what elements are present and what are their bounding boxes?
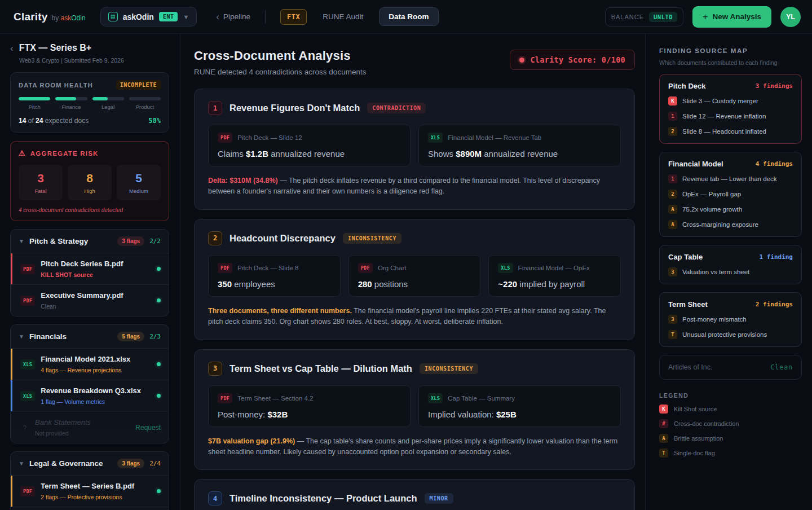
health-status-badge: INCOMPLETE	[116, 80, 161, 90]
status-dot	[157, 298, 161, 302]
pdf-file-icon: PDF	[218, 133, 232, 143]
pdf-file-icon: PDF	[218, 263, 232, 273]
source-group-pitch-deck: Pitch Deck 3 findings KSlide 3 — Custody…	[659, 74, 802, 144]
finding-source-item[interactable]: 3Valuation vs term sheet	[668, 267, 793, 276]
finding-number-badge: 2	[208, 231, 222, 245]
finding-analysis-note: $7B valuation gap (21.9%) — The cap tabl…	[208, 436, 621, 458]
clarity-score-value: Clarity Score: 0/100	[530, 55, 625, 64]
risk-stat-medium: 5Medium	[117, 165, 161, 200]
deal-sidebar: ‹ FTX — Series B+ Web3 & Crypto | Submit…	[0, 34, 180, 510]
source-claim: Implied valuation: $25B	[428, 410, 611, 419]
finding-number-badge: 3	[208, 362, 222, 376]
data-room-health-card: DATA ROOM HEALTH INCOMPLETE Pitch Financ…	[10, 72, 169, 133]
doc-row-exec-summary[interactable]: PDF Executive Summary.pdf Clean	[11, 284, 169, 316]
doc-row-articles-incorporation[interactable]: DOC Articles of Incorporation.docx Clean	[11, 507, 169, 510]
source-group-cap-table: Cap Table 1 finding 3Valuation vs term s…	[659, 245, 802, 284]
finding-ref-badge: 1	[668, 112, 677, 121]
health-title: DATA ROOM HEALTH	[19, 82, 93, 89]
finding-number-badge: 4	[208, 491, 222, 505]
source-doc-box[interactable]: PDFPitch Deck — Slide 8 350 employees	[208, 255, 341, 297]
new-analysis-button[interactable]: + New Analysis	[692, 6, 771, 28]
pdf-file-icon: PDF	[20, 296, 35, 306]
xls-file-icon: XLS	[428, 133, 443, 143]
flags-badge: 3 flags	[117, 459, 144, 468]
finding-source-item[interactable]: ACross-margining exposure	[668, 220, 793, 229]
xls-file-icon: XLS	[20, 391, 35, 401]
health-bar-pitch	[19, 97, 50, 100]
single-doc-flag-badge: T	[659, 449, 668, 458]
question-icon: ?	[20, 424, 29, 431]
finding-ref-badge: 2	[668, 190, 677, 199]
finding-card-revenue: 1 Revenue Figures Don't Match CONTRADICT…	[194, 89, 635, 210]
risk-stat-fatal: 3Fatal	[19, 165, 63, 200]
finding-source-item[interactable]: 1Slide 12 — Revenue inflation	[668, 112, 793, 121]
health-bar-finance	[55, 97, 76, 100]
doc-row-bank-statements[interactable]: ? Bank Statements Not provided Request	[11, 411, 169, 443]
finding-title: Term Sheet vs Cap Table — Dilution Math	[230, 363, 412, 374]
status-dot	[157, 489, 161, 493]
section-header[interactable]: ▼ Financials 5 flags 2/3	[11, 325, 169, 348]
finding-source-item[interactable]: A75.2x volume growth	[668, 205, 793, 214]
section-count: 2/3	[149, 333, 161, 340]
pdf-file-icon: PDF	[218, 393, 232, 403]
org-name: askOdin	[123, 12, 154, 21]
finding-source-map-panel: FINDING SOURCE MAP Which documents contr…	[645, 34, 812, 510]
section-count: 2/4	[149, 460, 161, 467]
assumption-badge: A	[668, 220, 677, 229]
pipeline-back-link[interactable]: ‹ Pipeline	[216, 12, 250, 21]
status-dot	[157, 362, 161, 366]
section-pitch-strategy: ▼ Pitch & Strategy 3 flags 2/2 PDF Pitch…	[10, 229, 169, 316]
finding-source-item[interactable]: TUnusual protective provisions	[668, 330, 793, 339]
tab-data-room[interactable]: Data Room	[379, 7, 438, 26]
source-doc-box[interactable]: XLSCap Table — Summary Implied valuation…	[418, 385, 621, 427]
source-doc-box[interactable]: PDFPitch Deck — Slide 12 Claims $1.2B an…	[208, 125, 411, 166]
finding-source-item[interactable]: 1Revenue tab — Lower than deck	[668, 174, 793, 183]
section-header[interactable]: ▼ Legal & Governance 3 flags 2/4	[11, 452, 169, 475]
tab-rune-audit[interactable]: RUNE Audit	[323, 12, 363, 21]
plus-icon: +	[703, 12, 708, 22]
finding-number-badge: 1	[208, 101, 222, 115]
finding-title: Revenue Figures Don't Match	[230, 103, 360, 113]
chevron-down-icon: ▼	[19, 460, 24, 467]
health-bar-legal	[92, 97, 108, 100]
finding-source-item[interactable]: 2OpEx — Payroll gap	[668, 190, 793, 199]
aggregate-risk-card: ⚠ AGGREGATE RISK 3Fatal 8High 5Medium 4 …	[10, 141, 169, 221]
chevron-down-icon: ▼	[183, 14, 189, 20]
doc-row-financial-model[interactable]: XLS Financial Model 2021.xlsx 4 flags — …	[11, 348, 169, 380]
flags-badge: 5 flags	[117, 332, 144, 341]
finding-source-item[interactable]: 2Slide 8 — Headcount inflated	[668, 127, 793, 136]
finding-card-headcount: 2 Headcount Discrepancy INCONSISTENCY PD…	[194, 219, 635, 340]
finding-source-item[interactable]: 3Post-money mismatch	[668, 315, 793, 324]
doc-row-revenue-breakdown[interactable]: XLS Revenue Breakdown Q3.xlsx 1 flag — V…	[11, 380, 169, 411]
request-doc-link[interactable]: Request	[135, 424, 161, 432]
org-switcher[interactable]: ▤ askOdin ENT ▼	[100, 7, 197, 27]
balance-pill[interactable]: BALANCE UNLTD	[605, 7, 683, 27]
main-content: Cross-Document Analysis RUNE detected 4 …	[180, 34, 645, 510]
pdf-file-icon: PDF	[20, 486, 35, 496]
deal-title: FTX — Series B+	[19, 43, 92, 53]
finding-ref-badge: 2	[668, 127, 677, 136]
deal-back-icon[interactable]: ‹	[10, 43, 14, 53]
doc-row-pitch-deck[interactable]: PDF Pitch Deck Series B.pdf KILL SHOT so…	[11, 253, 169, 284]
status-dot	[157, 394, 161, 398]
deal-badge[interactable]: FTX	[280, 9, 307, 25]
user-avatar[interactable]: YL	[780, 7, 801, 27]
doc-row-term-sheet[interactable]: PDF Term Sheet — Series B.pdf 2 flags — …	[11, 475, 169, 507]
finding-ref-badge: 1	[668, 174, 677, 183]
source-doc-box[interactable]: PDFTerm Sheet — Section 4.2 Post-money: …	[208, 385, 411, 427]
score-dot-icon	[519, 58, 524, 63]
source-doc-box[interactable]: PDFOrg Chart 280 positions	[348, 255, 481, 297]
brand-logo: Clarity by askOdin	[14, 11, 86, 23]
source-doc-box[interactable]: XLSFinancial Model — Revenue Tab Shows $…	[418, 125, 621, 166]
topbar-divider	[265, 10, 266, 24]
source-group-financial-model: Financial Model 4 findings 1Revenue tab …	[659, 152, 802, 237]
section-header[interactable]: ▼ Pitch & Strategy 3 flags 2/2	[11, 230, 169, 253]
finding-source-item[interactable]: KSlide 3 — Custody merger	[668, 96, 793, 105]
new-analysis-label: New Analysis	[712, 12, 761, 21]
source-doc-box[interactable]: XLSFinancial Model — OpEx ~220 implied b…	[488, 255, 621, 297]
source-claim: Shows $890M annualized revenue	[428, 149, 611, 159]
brand-byline: by askOdin	[52, 14, 86, 22]
assumption-badge: A	[668, 205, 677, 214]
finding-ref-badge: 3	[668, 315, 677, 324]
section-legal-governance: ▼ Legal & Governance 3 flags 2/4 PDF Ter…	[10, 451, 169, 510]
